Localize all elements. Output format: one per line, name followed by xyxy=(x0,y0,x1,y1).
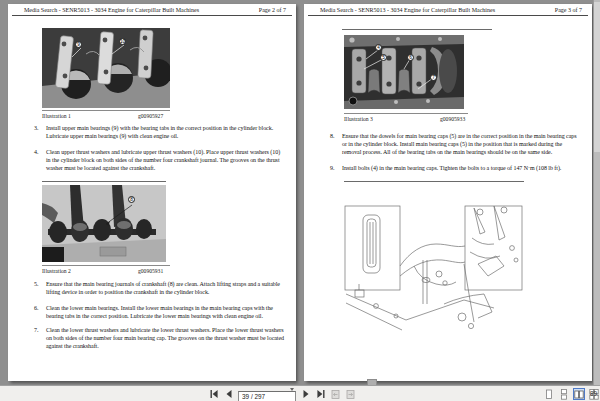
previous-page-icon xyxy=(224,389,234,399)
step-text: Install upper main bearings (9) with the… xyxy=(46,124,286,140)
next-view-button[interactable] xyxy=(345,389,356,400)
callout-10: 10 xyxy=(119,38,126,45)
next-view-icon xyxy=(345,389,356,400)
callout-5: 5 xyxy=(380,54,387,61)
page-number-input[interactable] xyxy=(238,391,296,401)
illustration-3-code: g00905933 xyxy=(440,116,465,122)
step-item-9: 9. Install bolts (4) in the main bearing… xyxy=(330,164,582,172)
step-item-3: 3. Install upper main bearings (9) with … xyxy=(34,124,286,140)
illustration-2: 8 xyxy=(42,185,166,262)
two-page-layout-button[interactable] xyxy=(573,388,585,400)
step-number: 7. xyxy=(34,326,38,334)
header-divider xyxy=(308,15,588,16)
scrollbar-thumb[interactable] xyxy=(594,2,600,152)
step-item-6: 6. Clean the lower main bearings. Instal… xyxy=(34,304,286,320)
illustration-2-top-rule xyxy=(42,181,166,182)
callout-7: 7 xyxy=(430,74,437,81)
continuous-layout-icon xyxy=(559,389,569,400)
illustration-4-top-rule xyxy=(344,181,524,182)
first-page-icon xyxy=(209,389,219,399)
callout-9: 9 xyxy=(75,41,82,48)
step-number: 8. xyxy=(330,132,334,140)
page-header: Media Search - SENR5013 - 3034 Engine fo… xyxy=(24,7,286,13)
step-item-5: 5. Ensure that the main bearing journals… xyxy=(34,280,286,296)
illustration-1-caption: Illustration 1 g00905927 xyxy=(42,110,170,120)
step-text: Clean the lower main bearings. Install t… xyxy=(46,304,286,320)
illustration-2-caption: Illustration 2 g00905931 xyxy=(42,265,170,275)
section-divider xyxy=(342,29,492,30)
illustration-4-line-art xyxy=(344,204,524,344)
previous-page-button[interactable] xyxy=(223,389,234,400)
callout-8: 8 xyxy=(128,196,135,203)
step-number: 9. xyxy=(330,164,334,172)
step-text: Ensure that the dowels for main bearing … xyxy=(342,132,582,156)
next-page-icon xyxy=(301,389,311,399)
illustration-3: 4 5 6 7 xyxy=(344,35,464,109)
callout-4: 4 xyxy=(375,44,382,51)
page-navigation xyxy=(208,388,356,400)
illustration-2-photo xyxy=(42,185,166,262)
illustration-3-caption: Illustration 3 g00905933 xyxy=(344,113,468,123)
page-number-label: Page 2 of 7 xyxy=(259,7,286,13)
illustration-1-photo xyxy=(42,28,170,108)
next-page-button[interactable] xyxy=(300,389,311,400)
step-number: 3. xyxy=(34,124,38,132)
first-page-button[interactable] xyxy=(208,389,219,400)
two-page-layout-icon xyxy=(574,389,584,400)
pdf-page-3: Media Search - SENR5013 - 3034 Engine fo… xyxy=(304,4,592,381)
last-page-icon xyxy=(316,389,326,399)
step-text: Clean upper thrust washers and lubricate… xyxy=(46,148,286,172)
illustration-1: 9 10 xyxy=(42,28,170,108)
last-page-button[interactable] xyxy=(315,389,326,400)
illustration-3-photo xyxy=(344,35,464,109)
pdf-page-2: Media Search - SENR5013 - 3034 Engine fo… xyxy=(8,4,296,381)
illustration-2-code: g00905931 xyxy=(138,268,163,274)
zoom-percentage-label: 89. xyxy=(590,390,599,397)
page-header: Media Search - SENR5013 - 3034 Engine fo… xyxy=(320,7,582,13)
step-text: Install bolts (4) in the main bearing ca… xyxy=(342,164,582,172)
illustration-3-label: Illustration 3 xyxy=(344,116,373,122)
viewer-toolbar: 89. xyxy=(0,385,600,401)
continuous-layout-button[interactable] xyxy=(558,388,570,400)
step-text: Ensure that the main bearing journals of… xyxy=(46,280,286,296)
vertical-scrollbar[interactable] xyxy=(593,0,600,385)
step-text: Clean the lower thrust washers and lubri… xyxy=(46,326,286,350)
header-divider xyxy=(12,15,292,16)
document-title: Media Search - SENR5013 - 3034 Engine fo… xyxy=(320,7,495,13)
step-item-8: 8. Ensure that the dowels for main beari… xyxy=(330,132,582,156)
step-number: 4. xyxy=(34,148,38,156)
single-page-layout-button[interactable] xyxy=(543,388,555,400)
illustration-4 xyxy=(344,204,524,344)
previous-view-icon xyxy=(330,389,341,400)
callout-6: 6 xyxy=(407,54,414,61)
illustration-1-code: g00905927 xyxy=(138,113,163,119)
step-item-4: 4. Clean upper thrust washers and lubric… xyxy=(34,148,286,172)
step-number: 5. xyxy=(34,280,38,288)
page-number-label: Page 3 of 7 xyxy=(555,7,582,13)
step-item-7: 7. Clean the lower thrust washers and lu… xyxy=(34,326,286,350)
illustration-1-label: Illustration 1 xyxy=(42,113,71,119)
previous-view-button[interactable] xyxy=(330,389,341,400)
page-field-caret-icon[interactable] xyxy=(290,388,294,391)
document-title: Media Search - SENR5013 - 3034 Engine fo… xyxy=(24,7,199,13)
single-page-layout-icon xyxy=(544,389,554,400)
illustration-2-label: Illustration 2 xyxy=(42,268,71,274)
step-number: 6. xyxy=(34,304,38,312)
page-field-wrap xyxy=(238,385,296,401)
